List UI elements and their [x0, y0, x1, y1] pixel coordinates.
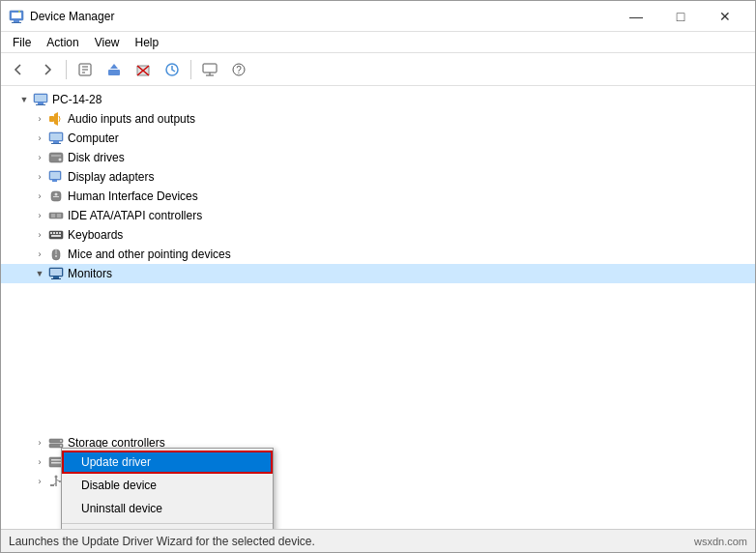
tree-item-mice[interactable]: › Mice and other pointing devices: [1, 245, 755, 264]
computer-icon: [47, 131, 65, 146]
mice-icon: [47, 247, 65, 262]
ctx-uninstall-device[interactable]: Uninstall device: [62, 497, 273, 520]
svg-rect-2: [14, 20, 19, 22]
main-content: ▼ PC-14-28 ›: [1, 86, 755, 529]
svg-rect-3: [12, 22, 21, 23]
tree-item-disk[interactable]: › Disk drives: [1, 148, 755, 167]
hid-expand-icon[interactable]: ›: [32, 191, 47, 201]
audio-expand-icon[interactable]: ›: [32, 114, 47, 124]
audio-icon: [47, 111, 65, 127]
toolbar-back[interactable]: [5, 57, 32, 82]
context-menu-space: Update driver Disable device Uninstall d…: [1, 283, 755, 433]
svg-rect-21: [35, 95, 46, 102]
svg-rect-28: [51, 143, 61, 144]
maximize-button[interactable]: □: [658, 1, 703, 32]
hid-icon: [47, 189, 65, 204]
status-bar: Launches the Update Driver Wizard for th…: [1, 529, 755, 552]
svg-rect-23: [36, 104, 45, 105]
computer-expand-icon[interactable]: ›: [32, 133, 47, 143]
root-expand-icon[interactable]: ▼: [16, 95, 32, 104]
ctx-scan-hardware[interactable]: Scan for hardware changes: [62, 527, 273, 529]
keyboard-icon: [47, 227, 65, 243]
tree-keyboard-label: Keyboards: [68, 228, 123, 242]
svg-rect-44: [56, 232, 58, 234]
toolbar-computer[interactable]: [196, 57, 223, 82]
toolbar-uninstall[interactable]: [130, 57, 157, 82]
svg-marker-10: [110, 64, 118, 69]
toolbar: ?: [1, 53, 755, 86]
tree-mice-label: Mice and other pointing devices: [68, 247, 231, 261]
svg-rect-45: [59, 232, 61, 234]
tree-item-hid[interactable]: › Human Interface Devices: [1, 187, 755, 206]
menu-bar: File Action View Help: [1, 32, 755, 53]
menu-action[interactable]: Action: [39, 34, 86, 51]
svg-point-31: [59, 159, 62, 161]
tree-item-keyboard[interactable]: › Keyboards: [1, 225, 755, 245]
tree-root-label: PC-14-28: [52, 93, 102, 106]
display-expand-icon[interactable]: ›: [32, 172, 47, 182]
tree-item-ide[interactable]: › IDE ATA/ATAPI controllers: [1, 206, 755, 225]
svg-rect-66: [50, 484, 54, 486]
svg-rect-26: [50, 133, 62, 140]
svg-rect-42: [50, 232, 52, 234]
svg-rect-59: [51, 459, 61, 461]
tree-item-display[interactable]: › Display adapters: [1, 167, 755, 187]
menu-file[interactable]: File: [5, 34, 39, 51]
svg-rect-43: [53, 232, 55, 234]
tree-audio-label: Audio inputs and outputs: [68, 112, 195, 126]
tree-item-audio[interactable]: › Audio inputs and outputs: [1, 109, 755, 129]
svg-rect-33: [50, 172, 60, 179]
svg-point-36: [55, 193, 58, 196]
device-tree[interactable]: ▼ PC-14-28 ›: [1, 86, 755, 529]
window-controls: — □ ✕: [614, 1, 747, 32]
toolbar-help[interactable]: ?: [225, 57, 252, 82]
monitors-expand-icon[interactable]: ▼: [32, 269, 47, 278]
toolbar-sep-2: [190, 60, 191, 79]
tree-display-label: Display adapters: [68, 170, 154, 184]
toolbar-scan[interactable]: [159, 57, 186, 82]
svg-rect-39: [51, 214, 55, 218]
svg-rect-22: [38, 102, 44, 104]
system-expand-icon[interactable]: ›: [32, 457, 47, 467]
toolbar-forward[interactable]: [34, 57, 61, 82]
ide-expand-icon[interactable]: ›: [32, 211, 47, 220]
tree-computer-label: Computer: [68, 131, 119, 145]
monitors-icon: [47, 266, 65, 281]
svg-rect-52: [53, 276, 59, 278]
menu-view[interactable]: View: [87, 34, 128, 51]
tree-hid-label: Human Interface Devices: [68, 189, 198, 203]
tree-item-computer[interactable]: › Computer: [1, 129, 755, 148]
toolbar-properties[interactable]: [72, 57, 99, 82]
storage-expand-icon[interactable]: ›: [32, 438, 47, 448]
svg-point-49: [55, 255, 57, 257]
keyboard-expand-icon[interactable]: ›: [32, 230, 47, 240]
root-computer-icon: [32, 92, 49, 107]
status-text: Launches the Update Driver Wizard for th…: [9, 535, 315, 548]
svg-rect-15: [203, 64, 217, 73]
tree-root[interactable]: ▼ PC-14-28: [1, 90, 755, 109]
svg-rect-29: [49, 153, 63, 162]
menu-help[interactable]: Help: [128, 34, 167, 51]
tree-disk-label: Disk drives: [68, 151, 125, 164]
device-manager-window: Device Manager — □ ✕ File Action View He…: [0, 0, 756, 553]
minimize-button[interactable]: —: [614, 1, 658, 32]
title-bar: Device Manager — □ ✕: [1, 1, 755, 32]
svg-point-57: [60, 445, 62, 447]
usb-expand-icon[interactable]: ›: [32, 477, 47, 486]
svg-rect-24: [49, 116, 54, 122]
tree-item-monitors[interactable]: ▼ Monitors: [1, 264, 755, 283]
status-right-text: wsxdn.com: [694, 536, 747, 547]
ctx-update-driver[interactable]: Update driver: [62, 451, 273, 474]
svg-rect-1: [12, 13, 21, 18]
svg-point-56: [60, 440, 62, 442]
mice-expand-icon[interactable]: ›: [32, 249, 47, 259]
ctx-disable-device[interactable]: Disable device: [62, 474, 273, 497]
toolbar-update-driver[interactable]: [101, 57, 128, 82]
disk-icon: [47, 150, 65, 165]
tree-monitors-label: Monitors: [68, 267, 112, 280]
close-button[interactable]: ✕: [703, 1, 747, 32]
svg-rect-37: [53, 196, 59, 197]
svg-rect-46: [51, 235, 61, 237]
disk-expand-icon[interactable]: ›: [32, 153, 47, 162]
svg-rect-34: [52, 180, 57, 182]
